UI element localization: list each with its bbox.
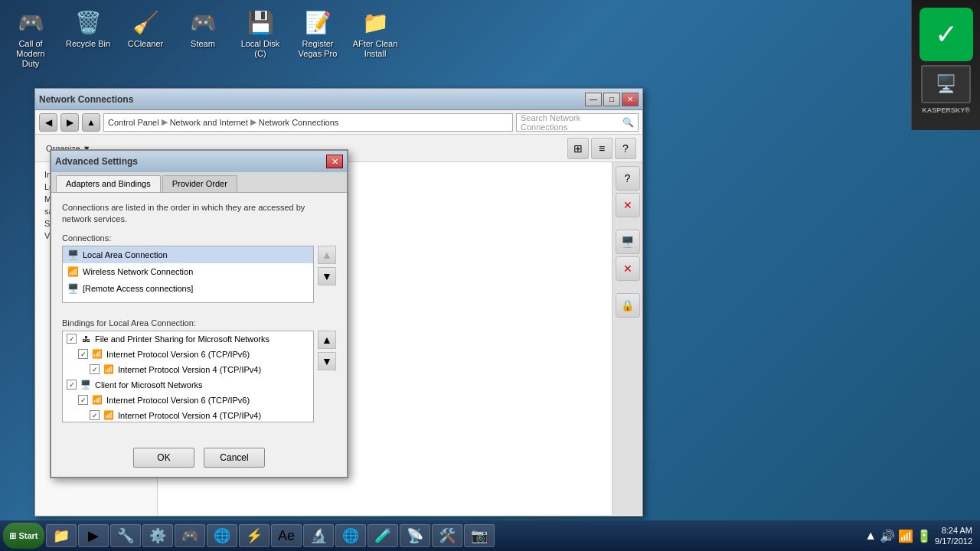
desktop-icon-call-of-duty[interactable]: 🎮 Call of Modern Duty: [4, 4, 57, 73]
tray-audio-icon[interactable]: 🔊: [880, 529, 895, 543]
binding-item-4[interactable]: 📶 Internet Protocol Version 6 (TCP/IPv6): [63, 393, 313, 408]
dialog-content: Connections are listed in the order in w…: [51, 193, 347, 442]
kaspersky-check-icon: ✓: [920, 8, 973, 61]
after-clean-label: AFter Clean Install: [351, 39, 399, 59]
conn-list-item-0[interactable]: 🖥️ Local Area Connection: [63, 246, 313, 263]
binding-item-5[interactable]: 📶 Internet Protocol Version 4 (TCP/IPv4): [63, 408, 313, 422]
taskbar-item-lab[interactable]: 🧪: [368, 524, 398, 547]
dialog-close-button[interactable]: ✕: [326, 155, 343, 168]
local-disk-icon: 💾: [245, 7, 276, 37]
windows-logo: ⊞: [9, 531, 16, 541]
local-disk-label: Local Disk (C): [237, 39, 284, 59]
breadcrumb-part-3: Network Connections: [259, 118, 339, 127]
binding-text-1: Internet Protocol Version 6 (TCP/IPv6): [106, 350, 250, 359]
advanced-settings-dialog: Advanced Settings ✕ Adapters and Binding…: [50, 149, 348, 478]
binding-icon-5: 📶: [103, 409, 115, 422]
desktop-icon-recycle-bin[interactable]: 🗑️ Recycle Bin: [61, 4, 115, 73]
back-button[interactable]: ◀: [39, 113, 57, 132]
forward-button[interactable]: ▶: [60, 113, 79, 132]
recycle-bin-icon: 🗑️: [73, 7, 103, 37]
tab-adapters-bindings[interactable]: Adapters and Bindings: [56, 175, 161, 192]
help-button[interactable]: ?: [615, 138, 636, 159]
connections-label: Connections:: [62, 233, 336, 243]
binding-checkbox-0[interactable]: [67, 334, 77, 344]
side-panel-btn-1[interactable]: ?: [616, 166, 640, 191]
taskbar-tray: ▲ 🔊 📶 🔋 8:24 AM 9/17/2012: [860, 525, 977, 547]
binding-item-3[interactable]: 🖥️ Client for Microsoft Networks: [63, 377, 313, 393]
taskbar-item-file-manager[interactable]: 📁: [46, 524, 77, 547]
binding-item-2[interactable]: 📶 Internet Protocol Version 4 (TCP/IPv4): [63, 362, 313, 377]
call-of-duty-label: Call of Modern Duty: [7, 39, 54, 70]
conn-list-item-1[interactable]: 📶 Wireless Network Connection: [63, 263, 313, 280]
desktop-icons: 🎮 Call of Modern Duty 🗑️ Recycle Bin 🧹 C…: [4, 4, 402, 73]
start-button[interactable]: ⊞ Start: [3, 523, 44, 549]
search-input[interactable]: Search Network Connections 🔍: [516, 113, 639, 132]
explorer-title: Network Connections: [39, 94, 133, 105]
view-list-button[interactable]: ≡: [591, 138, 612, 159]
taskbar-item-settings[interactable]: ⚙️: [142, 524, 173, 547]
tab-provider-order[interactable]: Provider Order: [162, 175, 237, 192]
address-bar: ◀ ▶ ▲ Control Panel ▶ Network and Intern…: [35, 110, 642, 135]
view-details-button[interactable]: ⊞: [567, 138, 589, 159]
explorer-titlebar: Network Connections — □ ✕: [35, 89, 642, 110]
taskbar-item-app3[interactable]: 🔬: [303, 524, 334, 547]
desktop-icon-ccleaner[interactable]: 🧹 CCleaner: [119, 4, 172, 73]
binding-item-0[interactable]: 🖧 File and Printer Sharing for Microsoft…: [63, 331, 313, 347]
start-label: Start: [18, 531, 38, 540]
side-panel-btn-3[interactable]: 🖥️: [616, 230, 640, 254]
dialog-tabs: Adapters and Bindings Provider Order: [51, 172, 347, 193]
taskbar-item-media[interactable]: ▶: [78, 524, 109, 547]
cancel-button[interactable]: Cancel: [204, 448, 265, 468]
side-panel-btn-2[interactable]: ✕: [616, 193, 640, 217]
taskbar-item-network[interactable]: 📡: [400, 524, 430, 547]
ccleaner-label: CCleaner: [128, 39, 163, 49]
tray-expand-icon[interactable]: ▲: [864, 529, 877, 543]
taskbar-item-screenshot[interactable]: 📷: [464, 524, 495, 547]
maximize-button[interactable]: □: [603, 93, 620, 106]
up-button[interactable]: ▲: [82, 113, 100, 132]
conn-list-item-2[interactable]: 🖥️ [Remote Access connections]: [63, 280, 313, 297]
taskbar-item-tools[interactable]: 🔧: [110, 524, 141, 547]
binding-checkbox-5[interactable]: [90, 410, 100, 420]
desktop-icon-steam[interactable]: 🎮 Steam: [176, 4, 230, 73]
desktop-icon-register-vegas[interactable]: 📝 Register Vegas Pro: [291, 4, 345, 73]
binding-icon-0: 🖧: [80, 333, 92, 345]
binding-checkbox-1[interactable]: [78, 349, 88, 359]
tray-battery-icon[interactable]: 🔋: [916, 529, 932, 543]
binding-checkbox-3[interactable]: [67, 380, 77, 390]
taskbar-item-chrome[interactable]: 🌐: [207, 524, 237, 547]
taskbar-item-tools2[interactable]: 🛠️: [432, 524, 462, 547]
binding-icon-1: 📶: [91, 348, 103, 360]
dialog-buttons: OK Cancel: [51, 448, 347, 468]
binding-checkbox-2[interactable]: [90, 364, 100, 374]
bindings-up-button[interactable]: ▲: [318, 331, 336, 349]
taskbar-item-app2[interactable]: ⚡: [239, 524, 270, 547]
binding-item-1[interactable]: 📶 Internet Protocol Version 6 (TCP/IPv6): [63, 347, 313, 362]
taskbar-item-ie[interactable]: 🌐: [335, 524, 366, 547]
connections-list[interactable]: 🖥️ Local Area Connection 📶 Wireless Netw…: [62, 246, 314, 303]
desktop-icon-local-disk[interactable]: 💾 Local Disk (C): [234, 4, 287, 73]
tray-network-icon[interactable]: 📶: [898, 529, 913, 543]
breadcrumb[interactable]: Control Panel ▶ Network and Internet ▶ N…: [103, 113, 513, 132]
ok-button[interactable]: OK: [133, 448, 194, 468]
taskbar-item-games[interactable]: 🎮: [175, 524, 205, 547]
desktop-icon-after-clean[interactable]: 📁 AFter Clean Install: [348, 4, 402, 73]
minimize-button[interactable]: —: [585, 93, 602, 106]
connections-up-button[interactable]: ▲: [318, 246, 336, 264]
binding-text-0: File and Printer Sharing for Microsoft N…: [95, 334, 270, 344]
bindings-down-button[interactable]: ▼: [318, 352, 336, 370]
taskbar-item-ae[interactable]: Ae: [271, 524, 302, 547]
side-panel-btn-4[interactable]: ✕: [616, 256, 640, 281]
conn-list-icon-2: 🖥️: [67, 282, 79, 295]
connections-arrows: ▲ ▼: [318, 246, 336, 285]
connections-down-button[interactable]: ▼: [318, 267, 336, 285]
breadcrumb-part-1: Control Panel: [108, 118, 159, 127]
desktop: 🎮 Call of Modern Duty 🗑️ Recycle Bin 🧹 C…: [0, 0, 980, 551]
breadcrumb-sep-2: ▶: [250, 117, 256, 127]
binding-icon-2: 📶: [103, 364, 115, 376]
close-button[interactable]: ✕: [622, 93, 639, 106]
bindings-list[interactable]: 🖧 File and Printer Sharing for Microsoft…: [62, 331, 314, 422]
binding-checkbox-4[interactable]: [78, 395, 88, 405]
side-panel-btn-5[interactable]: 🔒: [616, 293, 640, 318]
kaspersky-widget[interactable]: ✓ 🖥️ KASPERSKY®: [911, 0, 980, 130]
